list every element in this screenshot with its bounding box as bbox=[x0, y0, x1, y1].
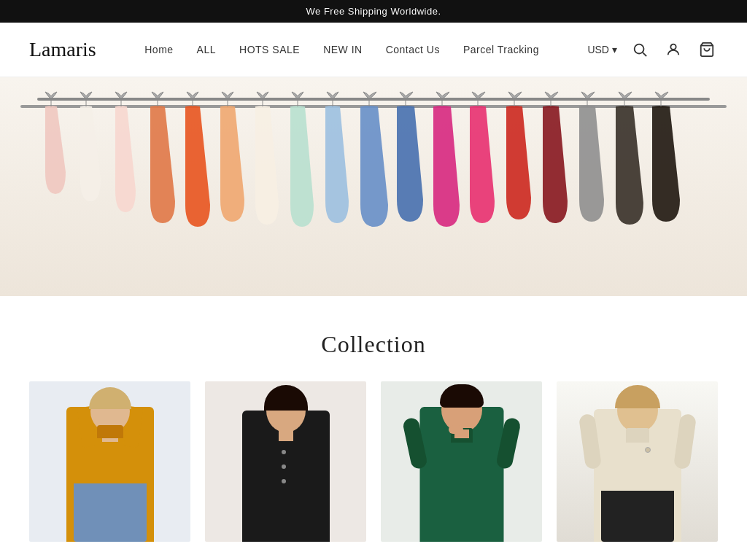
product-card-4[interactable] bbox=[557, 381, 718, 542]
nav-all[interactable]: ALL bbox=[197, 44, 216, 55]
currency-selector[interactable]: USD ▾ bbox=[587, 44, 617, 55]
product-image-4 bbox=[557, 381, 718, 542]
product-image-3 bbox=[381, 381, 542, 542]
product-grid bbox=[29, 381, 718, 542]
nav-icons: USD ▾ bbox=[587, 39, 718, 61]
nav-parcel-tracking[interactable]: Parcel Tracking bbox=[463, 44, 539, 55]
nav-hots-sale[interactable]: HOTS SALE bbox=[239, 44, 300, 55]
product-card-2[interactable] bbox=[205, 381, 366, 542]
product-image-1 bbox=[29, 381, 190, 542]
hero-banner bbox=[0, 77, 747, 296]
nav-contact-us[interactable]: Contact Us bbox=[386, 44, 440, 55]
product-card-1[interactable] bbox=[29, 381, 190, 542]
clothes-rack-image bbox=[0, 77, 747, 296]
svg-point-2 bbox=[670, 44, 676, 50]
search-button[interactable] bbox=[629, 39, 651, 61]
logo[interactable]: Lamaris bbox=[29, 38, 96, 61]
account-button[interactable] bbox=[662, 39, 684, 61]
main-nav: Home ALL HOTS SALE NEW IN Contact Us Par… bbox=[144, 44, 539, 55]
currency-label: USD bbox=[587, 44, 609, 55]
cart-icon bbox=[699, 42, 715, 58]
nav-home[interactable]: Home bbox=[144, 44, 173, 55]
svg-line-1 bbox=[643, 52, 646, 56]
nav-new-in[interactable]: NEW IN bbox=[323, 44, 363, 55]
announcement-text: We Free Shipping Worldwide. bbox=[306, 6, 441, 17]
header: Lamaris Home ALL HOTS SALE NEW IN Contac… bbox=[0, 23, 747, 77]
cart-button[interactable] bbox=[696, 39, 718, 61]
collection-title: Collection bbox=[29, 331, 718, 358]
svg-point-0 bbox=[635, 44, 644, 54]
user-icon bbox=[665, 42, 681, 58]
collection-section: Collection bbox=[0, 296, 747, 560]
clothes-rack-svg bbox=[0, 77, 747, 296]
product-card-3[interactable] bbox=[381, 381, 542, 542]
hanger-rod bbox=[37, 98, 710, 101]
currency-chevron-icon: ▾ bbox=[612, 44, 617, 55]
search-icon bbox=[632, 42, 648, 58]
announcement-bar: We Free Shipping Worldwide. bbox=[0, 0, 747, 23]
product-image-2 bbox=[205, 381, 366, 542]
